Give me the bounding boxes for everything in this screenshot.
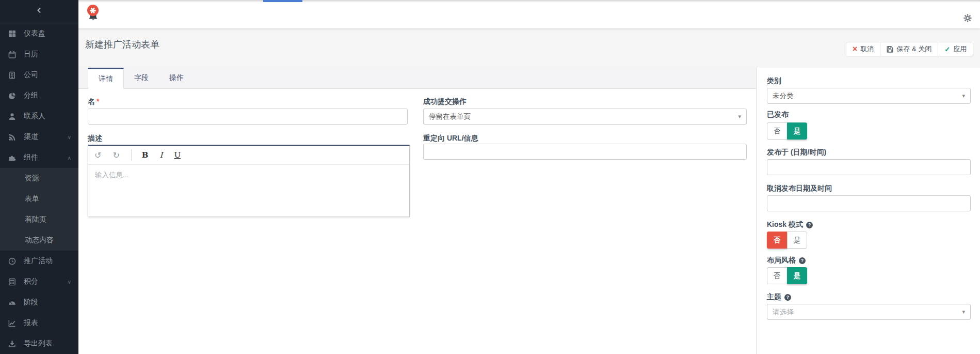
category-value: 未分类 xyxy=(773,91,794,101)
dashboard-grid-icon xyxy=(7,30,17,38)
caret-down-icon: ▾ xyxy=(962,93,965,99)
apply-button[interactable]: ✓ 应用 xyxy=(938,42,973,56)
apply-label: 应用 xyxy=(953,44,967,54)
kiosk-mode-label-text: Kiosk 模式 xyxy=(767,220,803,228)
published-no-button[interactable]: 否 xyxy=(767,122,788,140)
sidebar-item-dashboard[interactable]: 仪表盘 xyxy=(0,23,78,44)
sidebar-item-label: 表单 xyxy=(25,194,39,204)
notifications-button[interactable] xyxy=(86,5,101,24)
sidebar-item-landing-pages[interactable]: 着陆页 xyxy=(0,209,78,230)
topbar xyxy=(78,0,980,28)
help-icon[interactable]: ? xyxy=(806,222,813,228)
settings-gear-icon[interactable] xyxy=(963,14,972,24)
underline-icon[interactable]: U xyxy=(174,150,181,160)
segments-pie-icon xyxy=(7,92,17,100)
calendar-icon xyxy=(7,51,17,58)
description-label: 描述 xyxy=(88,134,102,143)
sidebar-item-segments[interactable]: 分组 xyxy=(0,85,78,106)
toggle-no-label: 否 xyxy=(774,236,781,245)
theme-select[interactable]: 请选择 ▾ xyxy=(767,304,971,320)
sidebar-item-stages[interactable]: 阶段 xyxy=(0,292,78,313)
toggle-no-label: 否 xyxy=(774,271,781,281)
sidebar-item-export-list[interactable]: 导出列表 xyxy=(0,333,78,354)
tab-label: 字段 xyxy=(134,73,149,83)
tab-actions[interactable]: 操作 xyxy=(159,68,194,88)
submit-action-label: 成功提交操作 xyxy=(423,97,467,106)
toggle-no-label: 否 xyxy=(774,127,781,136)
unpublish-at-input[interactable] xyxy=(767,195,971,211)
close-icon: × xyxy=(853,45,857,53)
published-label-text: 已发布 xyxy=(767,110,789,118)
unpublish-at-label: 取消发布日期及时间 xyxy=(767,184,832,193)
sidebar-item-calendar[interactable]: 日历 xyxy=(0,44,78,65)
page-action-buttons: × 取消 保存 & 关闭 ✓ 应用 xyxy=(846,42,973,56)
caret-down-icon: ▾ xyxy=(738,113,741,120)
layout-no-button[interactable]: 否 xyxy=(767,267,788,284)
name-input[interactable] xyxy=(88,109,408,125)
help-icon[interactable]: ? xyxy=(784,294,791,301)
sidebar-item-campaigns[interactable]: 推广活动 xyxy=(0,251,78,271)
bold-icon[interactable]: B xyxy=(142,150,149,160)
layout-style-toggle: 否 是 xyxy=(767,267,807,284)
sidebar-item-label: 组件 xyxy=(24,153,38,162)
cancel-button[interactable]: × 取消 xyxy=(846,42,880,56)
sidebar-item-companies[interactable]: 公司 xyxy=(0,65,78,85)
description-label-text: 描述 xyxy=(88,134,102,142)
publish-at-label-text: 发布于 (日期/时间) xyxy=(767,148,826,156)
submit-action-select[interactable]: 停留在表单页 ▾ xyxy=(423,109,747,125)
tab-bar: 详情 字段 操作 xyxy=(78,68,756,89)
reports-chart-icon xyxy=(7,319,17,327)
toggle-yes-label: 是 xyxy=(794,271,801,281)
published-label: 已发布 xyxy=(767,110,789,119)
description-editor-placeholder[interactable]: 输入信息... xyxy=(88,165,409,186)
theme-label-text: 主题 xyxy=(767,293,781,301)
redo-icon[interactable]: ↻ xyxy=(113,150,119,160)
sidebar-item-reports[interactable]: 报表 xyxy=(0,313,78,333)
tab-fields[interactable]: 字段 xyxy=(124,68,159,88)
redirect-url-label: 重定向 URL/信息 xyxy=(423,134,478,143)
redirect-url-input[interactable] xyxy=(423,144,747,160)
required-asterisk: * xyxy=(97,97,99,105)
sidebar-item-label: 积分 xyxy=(24,277,38,286)
chevron-left-icon xyxy=(35,6,43,17)
settings-panel: 类别 未分类 ▾ 已发布 否 是 发布于 (日期/时间) 取消发布日期及时间 K… xyxy=(756,68,980,354)
sidebar-collapse-button[interactable] xyxy=(0,0,78,23)
sidebar-item-points[interactable]: 积分 ∨ xyxy=(0,271,78,292)
tab-label: 操作 xyxy=(169,73,184,83)
tab-details[interactable]: 详情 xyxy=(88,68,124,89)
category-label: 类别 xyxy=(767,76,781,86)
sidebar-item-contacts[interactable]: 联系人 xyxy=(0,106,78,127)
published-yes-button[interactable]: 是 xyxy=(787,122,808,140)
check-icon: ✓ xyxy=(944,45,950,53)
layout-style-label-text: 布局风格 xyxy=(767,256,796,264)
redirect-url-label-text: 重定向 URL/信息 xyxy=(423,134,478,142)
chevron-down-icon: ∨ xyxy=(68,279,71,285)
loading-progress-bar xyxy=(263,0,302,2)
category-label-text: 类别 xyxy=(767,76,781,85)
help-icon[interactable]: ? xyxy=(799,257,806,264)
layout-style-label: 布局风格? xyxy=(767,256,806,265)
sidebar-item-assets[interactable]: 资源 xyxy=(0,168,78,189)
kiosk-yes-button[interactable]: 是 xyxy=(787,232,808,249)
publish-at-input[interactable] xyxy=(767,159,971,175)
kiosk-no-button[interactable]: 否 xyxy=(767,232,788,249)
undo-icon[interactable]: ↺ xyxy=(94,150,101,160)
sidebar-item-label: 报表 xyxy=(24,318,38,328)
sidebar-item-channels[interactable]: 渠道 ∨ xyxy=(0,127,78,147)
sidebar-item-forms[interactable]: 表单 xyxy=(0,189,78,209)
sidebar-item-label: 分组 xyxy=(24,91,38,100)
submit-action-label-text: 成功提交操作 xyxy=(423,97,467,105)
sidebar-item-components[interactable]: 组件 ∧ xyxy=(0,147,78,168)
layout-yes-button[interactable]: 是 xyxy=(787,267,808,284)
description-rich-text-editor[interactable]: ↺ ↻ B I U 输入信息... xyxy=(88,145,410,217)
sidebar-item-label: 阶段 xyxy=(24,298,38,307)
sidebar-item-label: 联系人 xyxy=(24,112,45,121)
sidebar-item-dynamic-content[interactable]: 动态内容 xyxy=(0,230,78,251)
category-select[interactable]: 未分类 ▾ xyxy=(767,88,971,104)
save-close-label: 保存 & 关闭 xyxy=(896,44,931,54)
italic-icon[interactable]: I xyxy=(160,150,163,160)
sidebar: 仪表盘 日历 公司 分组 联系人 xyxy=(0,0,78,354)
sidebar-item-label: 公司 xyxy=(24,70,38,80)
sidebar-item-label: 仪表盘 xyxy=(24,29,45,38)
save-close-button[interactable]: 保存 & 关闭 xyxy=(880,42,938,56)
